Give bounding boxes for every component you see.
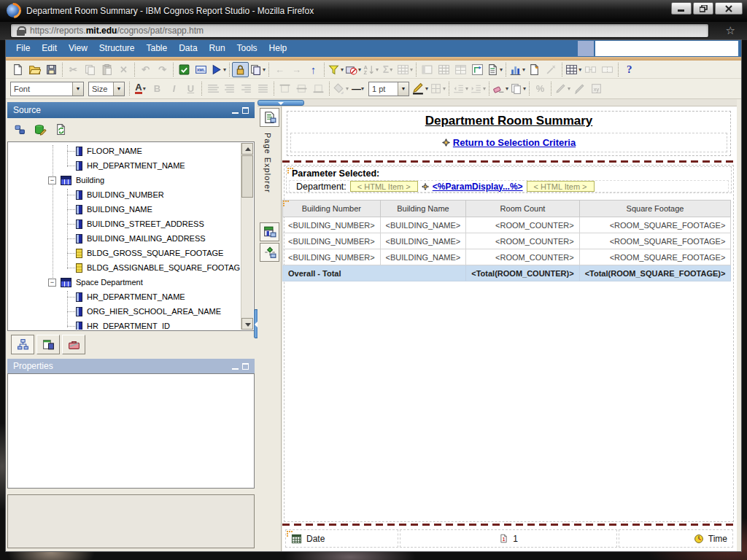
report-title[interactable]: Department Room Summary [287, 114, 730, 128]
dropdown-arrow-icon[interactable]: ▾ [223, 66, 226, 73]
table-cell[interactable]: <ROOM_SQUARE_FOOTAGE> [579, 249, 731, 265]
menu-item-table[interactable]: Table [141, 40, 174, 57]
align-left-button[interactable] [204, 81, 221, 96]
go-back-button[interactable]: ← [271, 62, 288, 77]
dropdown-arrow-icon[interactable]: ▾ [500, 66, 503, 73]
chart-button[interactable]: ▾ [508, 62, 526, 77]
table-cell[interactable]: <BUILDING_NAME> [380, 233, 466, 249]
select-parent-button[interactable]: ↑ [305, 62, 322, 77]
menu-item-file[interactable]: File [10, 40, 36, 57]
fill-color-button[interactable]: ▾ [332, 81, 349, 96]
table-cell[interactable]: <ROOM_SQUARE_FOOTAGE> [579, 217, 731, 233]
column-header[interactable]: Building Number [283, 201, 381, 217]
dropdown-arrow-icon[interactable]: ▾ [410, 66, 413, 73]
paste-button[interactable] [98, 62, 115, 77]
suppress-button[interactable]: ▾ [344, 62, 362, 77]
column-header[interactable]: Square Footage [579, 201, 731, 217]
menu-item-edit[interactable]: Edit [36, 40, 63, 57]
table-grid-button[interactable] [436, 62, 452, 77]
apply-styles-button[interactable] [571, 81, 588, 96]
filters-button[interactable]: ▾ [327, 62, 344, 77]
tree-item-space-department[interactable]: −Space Department [9, 275, 240, 289]
tree-item-floor-name[interactable]: FLOOR_NAME [9, 144, 240, 158]
dropdown-arrow-icon[interactable]: ▾ [341, 66, 344, 73]
pivot-button[interactable]: ▾ [396, 62, 414, 77]
dropdown-arrow-icon[interactable]: ▾ [443, 85, 446, 92]
tree-item-org-hier-school-area-name[interactable]: ORG_HIER_SCHOOL_AREA_NAME [9, 304, 240, 319]
tree-item-building-street-address[interactable]: BUILDING_STREET_ADDRESS [9, 217, 240, 231]
font-combo[interactable]: Font▼ [10, 82, 84, 96]
validate-report-button[interactable] [176, 62, 193, 77]
tree-scrollbar[interactable] [241, 143, 253, 330]
tree-item-hr-department-name[interactable]: HR_DEPARTMENT_NAME [9, 289, 240, 304]
table-cell[interactable]: <ROOM_COUNTER> [466, 249, 579, 265]
page-header-block[interactable]: Department Room Summary Return to Select… [287, 111, 731, 156]
parameter-block[interactable]: Parameter Selected: Department: < HTML I… [286, 166, 732, 193]
tree-item-building-mailing-address[interactable]: BUILDING_MAILING_ADDRESS [9, 231, 240, 246]
table-cell[interactable]: <ROOM_COUNTER> [466, 217, 579, 233]
tree-item-building-name[interactable]: BUILDING_NAME [9, 202, 240, 217]
tab-source[interactable] [11, 335, 34, 354]
size-combo-dropdown-icon[interactable]: ▼ [113, 82, 124, 96]
tree-item-hr-department-id[interactable]: HR_DEPARTMENT_ID [9, 319, 240, 330]
spacing-middle-button[interactable] [293, 81, 310, 96]
bookmark-star-icon[interactable]: ☆ [726, 24, 735, 37]
dropdown-arrow-icon[interactable]: ▾ [263, 66, 266, 73]
cut-button[interactable]: ✂ [65, 62, 82, 77]
table-cell[interactable]: <BUILDING_NUMBER> [283, 233, 381, 249]
model-objects-button[interactable] [14, 123, 26, 136]
style-picker-button[interactable]: ▾ [554, 81, 571, 96]
insert-table-button[interactable]: ▾ [565, 62, 582, 77]
align-right-button[interactable] [238, 81, 255, 96]
menu-item-data[interactable]: Data [173, 40, 203, 57]
align-center-button[interactable] [221, 81, 238, 96]
report-list-table[interactable]: Building NumberBuilding NameRoom CountSq… [282, 200, 731, 281]
clipboard-actions-button[interactable]: ▾ [249, 62, 266, 77]
underline-button[interactable]: U [182, 81, 199, 96]
html-item[interactable]: < HTML Item > [350, 181, 418, 192]
tree-item-bldg-gross-square-footage[interactable]: BLDG_GROSS_SQUARE_FOOTAGE [9, 246, 240, 260]
close-button[interactable] [715, 2, 743, 15]
table-cell[interactable]: <ROOM_SQUARE_FOOTAGE> [579, 233, 731, 249]
page-explorer-button[interactable] [260, 108, 279, 127]
delete-button[interactable]: ✕ [115, 62, 132, 77]
line-width-combo[interactable]: 1 pt▼ [368, 82, 409, 96]
parameter-selected-label[interactable]: Parameter Selected: [292, 168, 731, 179]
dropdown-arrow-icon[interactable]: ▾ [465, 85, 468, 92]
table-cell[interactable]: <BUILDING_NAME> [380, 217, 466, 233]
spacing-top-button[interactable] [276, 81, 293, 96]
dropdown-arrow-icon[interactable]: ▾ [358, 66, 361, 73]
total-room-count-cell[interactable]: <Total(ROOM_COUNTER)> [466, 265, 579, 281]
tab-data-items[interactable] [36, 335, 60, 354]
panel-maximize-icon[interactable] [242, 107, 249, 114]
scroll-thumb[interactable] [241, 155, 253, 198]
merge-cells-button[interactable] [582, 62, 599, 77]
properties-panel-body[interactable] [7, 373, 255, 489]
open-report-button[interactable] [26, 62, 43, 77]
dropdown-arrow-icon[interactable]: ▾ [390, 66, 392, 73]
menu-item-tools[interactable]: Tools [231, 40, 263, 57]
url-bar[interactable]: https://reports.mit.edu/cognos/pat/rsapp… [10, 23, 709, 38]
total-label-cell[interactable]: Overall - Total [283, 265, 466, 281]
collapse-expander-icon[interactable]: − [48, 279, 56, 287]
italic-button[interactable]: I [166, 81, 182, 96]
department-label[interactable]: Department: [296, 182, 347, 192]
tab-toolbox[interactable] [62, 335, 85, 354]
query-explorer-button[interactable] [260, 222, 279, 241]
footer-time-cell[interactable]: Time [619, 529, 733, 548]
footer-date-cell[interactable]: Date [285, 529, 398, 548]
dropdown-arrow-icon[interactable]: ▾ [346, 85, 349, 92]
copy-button[interactable] [82, 62, 98, 77]
total-square-footage-cell[interactable]: <Total(ROOM_SQUARE_FOOTAGE)> [579, 265, 731, 281]
lock-page-objects-button[interactable] [232, 62, 249, 77]
dropdown-arrow-icon[interactable]: ▾ [376, 66, 379, 73]
edit-package-button[interactable] [34, 123, 47, 136]
redo-button[interactable]: ↷ [154, 62, 171, 77]
bold-button[interactable]: B [149, 81, 166, 96]
dropdown-arrow-icon[interactable]: ▾ [361, 85, 364, 92]
view-xml-button[interactable]: XML [193, 62, 209, 77]
report-canvas[interactable]: Department Room Summary Return to Select… [282, 106, 737, 551]
visual-aids-button[interactable] [543, 62, 560, 77]
return-link-block[interactable]: Return to Selection Criteria [290, 133, 727, 152]
border-grid-button[interactable]: ▾ [429, 81, 446, 96]
